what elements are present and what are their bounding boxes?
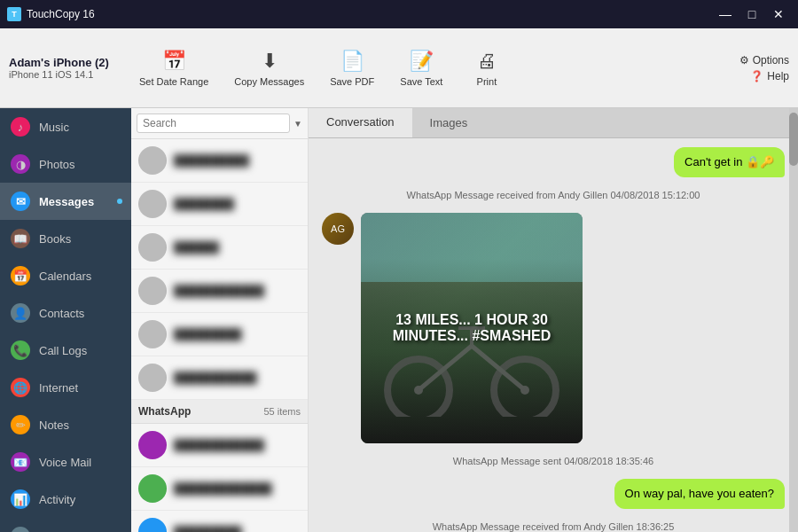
sidebar-item-voicemail[interactable]: 📧 Voice Mail <box>0 443 131 481</box>
sidebar-label-contacts: Contacts <box>39 307 84 320</box>
device-info: Adam's iPhone (2) iPhone 11 iOS 14.1 <box>9 56 115 80</box>
title-bar-left: T TouchCopy 16 <box>7 7 95 21</box>
whatsapp-label: WhatsApp <box>138 405 191 418</box>
messages-area: Can't get in 🔒🔑 WhatsApp Message receive… <box>309 138 798 532</box>
sidebar-item-calllogs[interactable]: 📞 Call Logs <box>0 332 131 369</box>
print-label: Print <box>477 76 497 87</box>
list-item[interactable]: █████████ <box>131 511 308 532</box>
save-text-label: Save Text <box>400 76 442 87</box>
scrollbar-thumb[interactable] <box>789 113 798 166</box>
contact-name: █████████ <box>174 328 242 340</box>
help-icon: ❓ <box>750 70 763 82</box>
conversation-panel: Conversation Images Can't get in 🔒🔑 What… <box>309 108 798 532</box>
help-label: Help <box>767 70 789 82</box>
contact-name: ████████████ <box>174 439 264 451</box>
print-button[interactable]: 🖨 Print <box>458 45 515 91</box>
toolbar: Adam's iPhone (2) iPhone 11 iOS 14.1 📅 S… <box>0 28 798 108</box>
sidebar-item-contacts[interactable]: 👤 Contacts <box>0 294 131 332</box>
whatsapp-count: 55 items <box>263 406 301 417</box>
avatar <box>138 146 167 175</box>
sidebar-item-files[interactable]: 📁 Files <box>0 518 131 532</box>
calendar-icon: 📅 <box>162 50 186 73</box>
list-item[interactable]: ██████████ <box>131 139 308 183</box>
messages-icon: ✉ <box>11 192 30 211</box>
tab-images[interactable]: Images <box>412 108 486 137</box>
list-item[interactable]: ████████ <box>131 183 308 226</box>
contact-name: ██████ <box>174 241 219 254</box>
window-controls[interactable]: — □ ✕ <box>713 2 791 27</box>
sidebar-item-books[interactable]: 📖 Books <box>0 220 131 257</box>
files-icon: 📁 <box>11 527 30 532</box>
sidebar-item-calendars[interactable]: 📅 Calendars <box>0 257 131 294</box>
sidebar-item-messages[interactable]: ✉ Messages <box>0 183 131 220</box>
notes-icon: ✏ <box>11 415 30 434</box>
sidebar-label-notes: Notes <box>39 419 69 432</box>
contact-name: ██████████ <box>174 154 249 167</box>
contact-name: ████████ <box>174 198 234 210</box>
calllogs-icon: 📞 <box>11 340 30 360</box>
contact-name: ███████████ <box>174 372 257 384</box>
avatar <box>138 233 167 262</box>
contact-list: ██████████ ████████ ██████ ████████████ … <box>131 139 308 532</box>
messages-dot <box>117 199 122 204</box>
sidebar-label-messages: Messages <box>39 195 94 208</box>
set-date-range-label: Set Date Range <box>139 76 208 87</box>
list-item[interactable]: █████████████ <box>131 467 308 511</box>
sidebar-label-voicemail: Voice Mail <box>39 456 91 469</box>
message-text: Can't get in 🔒🔑 <box>685 155 774 168</box>
sidebar-label-calllogs: Call Logs <box>39 344 87 357</box>
app-title: TouchCopy 16 <box>27 8 95 20</box>
sidebar-item-internet[interactable]: 🌐 Internet <box>0 369 131 406</box>
copy-messages-button[interactable]: ⬇ Copy Messages <box>223 45 315 91</box>
copy-messages-label: Copy Messages <box>234 76 304 87</box>
avatar <box>138 277 167 305</box>
search-input[interactable] <box>137 113 290 133</box>
sidebar-item-activity[interactable]: 📊 Activity <box>0 481 131 518</box>
copy-icon: ⬇ <box>262 50 278 73</box>
minimize-button[interactable]: — <box>713 2 738 27</box>
voicemail-icon: 📧 <box>11 452 30 472</box>
avatar <box>138 518 167 532</box>
message-row-sent-1: Can't get in 🔒🔑 <box>322 147 785 177</box>
pdf-icon: 📄 <box>340 50 364 73</box>
scrollbar-track[interactable] <box>789 108 798 532</box>
internet-icon: 🌐 <box>11 378 30 397</box>
title-bar: T TouchCopy 16 — □ ✕ <box>0 0 798 28</box>
message-list-panel: ▼ ██████████ ████████ ██████ ███████████… <box>131 108 309 532</box>
contact-name: █████████ <box>174 526 242 532</box>
contact-name: █████████████ <box>174 482 272 495</box>
text-icon: 📝 <box>410 50 434 73</box>
conversation-tabs: Conversation Images <box>309 108 798 138</box>
sidebar-item-photos[interactable]: ◑ Photos <box>0 145 131 183</box>
save-pdf-button[interactable]: 📄 Save PDF <box>319 45 385 91</box>
options-button[interactable]: ⚙ Options <box>739 54 789 66</box>
list-item[interactable]: ███████████ <box>131 356 308 400</box>
list-item[interactable]: ████████████ <box>131 424 308 467</box>
gear-icon: ⚙ <box>739 54 749 66</box>
contact-name: ████████████ <box>174 285 264 297</box>
avatar <box>138 364 167 392</box>
tab-conversation[interactable]: Conversation <box>309 108 412 137</box>
list-item[interactable]: ████████████ <box>131 270 308 313</box>
list-item[interactable]: ██████ <box>131 226 308 270</box>
message-info-3: WhatsApp Message received from Andy Gill… <box>322 521 785 532</box>
sidebar-label-calendars: Calendars <box>39 270 91 283</box>
close-button[interactable]: ✕ <box>766 2 791 27</box>
sidebar-label-internet: Internet <box>39 381 78 395</box>
set-date-range-button[interactable]: 📅 Set Date Range <box>129 45 219 91</box>
activity-icon: 📊 <box>11 489 30 509</box>
message-row-received-image: AG <box>322 213 785 443</box>
toolbar-right: ⚙ Options ❓ Help <box>739 54 789 82</box>
search-dropdown-icon[interactable]: ▼ <box>293 119 302 129</box>
device-sub: iPhone 11 iOS 14.1 <box>9 69 115 80</box>
whatsapp-image: 13 MILES... 1 HOUR 30 MINUTES... #SMASHE… <box>361 213 583 443</box>
maximize-button[interactable]: □ <box>739 2 764 27</box>
avatar <box>138 320 167 348</box>
sidebar-item-notes[interactable]: ✏ Notes <box>0 406 131 443</box>
sidebar-item-music[interactable]: ♪ Music <box>0 108 131 145</box>
print-icon: 🖨 <box>477 50 497 73</box>
list-item[interactable]: █████████ <box>131 313 308 356</box>
help-button[interactable]: ❓ Help <box>750 70 789 82</box>
save-text-button[interactable]: 📝 Save Text <box>389 45 453 91</box>
search-bar: ▼ <box>131 108 308 139</box>
